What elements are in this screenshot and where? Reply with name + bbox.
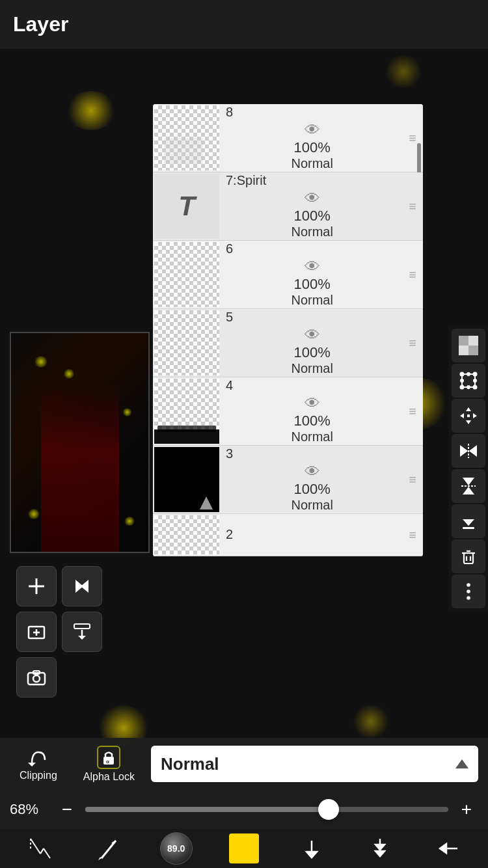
opacity-plus-button[interactable]: +: [455, 799, 478, 820]
svg-rect-39: [464, 553, 473, 563]
alpha-lock-label: Alpha Lock: [83, 771, 135, 783]
layer-opacity: 100%: [294, 413, 331, 429]
visibility-icon[interactable]: 👁: [305, 394, 320, 413]
blend-mode-button[interactable]: Normal: [151, 746, 478, 782]
flip-layer-button[interactable]: [62, 566, 102, 606]
layer-item[interactable]: T 7:Spirit 👁 100% Normal ≡: [153, 172, 423, 241]
move-down-tool-button[interactable]: [292, 832, 331, 865]
move-to-bottom-button[interactable]: [452, 504, 485, 538]
layer-info: 8 👁 100% Normal: [221, 104, 403, 174]
svg-marker-37: [463, 519, 474, 526]
delete-layer-button[interactable]: [452, 539, 485, 573]
merge-down-button[interactable]: [62, 612, 102, 652]
svg-line-52: [44, 848, 50, 858]
more-options-button[interactable]: [452, 575, 485, 608]
layer-name: 3: [226, 446, 233, 461]
selection-tool-button[interactable]: [21, 832, 60, 865]
drag-handle[interactable]: ≡: [403, 267, 423, 282]
layer-item[interactable]: 8 👁 100% Normal ≡: [153, 104, 423, 172]
visibility-icon[interactable]: 👁: [305, 189, 320, 208]
svg-rect-13: [459, 336, 468, 346]
top-bar: Layer: [0, 0, 488, 49]
svg-point-22: [467, 373, 470, 375]
opacity-row: 68% − +: [0, 790, 488, 829]
layer-opacity: 100%: [294, 344, 331, 361]
drag-handle[interactable]: ≡: [403, 336, 423, 351]
move-to-bottom-tool-button[interactable]: [360, 832, 400, 865]
panel-title: Layer: [13, 12, 68, 36]
svg-point-44: [467, 583, 470, 587]
svg-point-45: [467, 590, 470, 593]
svg-rect-38: [463, 527, 474, 529]
layer-blend: Normal: [291, 498, 332, 513]
pen-tool-button[interactable]: [88, 832, 128, 865]
layer-name: 5: [226, 310, 233, 325]
opacity-value: 68%: [10, 801, 49, 818]
preview-orb-2: [63, 369, 75, 379]
layer-opacity: 100%: [294, 481, 331, 498]
layer-item[interactable]: 4 👁 100% Normal ≡: [153, 377, 423, 446]
brush-size-indicator[interactable]: 89.0: [157, 832, 196, 865]
layer-actions: [10, 560, 150, 704]
svg-rect-16: [459, 346, 468, 355]
svg-point-11: [33, 675, 40, 682]
opacity-slider-fill: [85, 807, 329, 812]
preview-orb-4: [27, 509, 40, 519]
add-layer-button[interactable]: [16, 566, 57, 606]
layer-name: 7:Spirit: [226, 173, 266, 188]
opacity-slider-track[interactable]: [85, 807, 448, 812]
layer-info: 2: [221, 524, 403, 547]
drag-handle[interactable]: ≡: [403, 472, 423, 487]
svg-marker-27: [466, 420, 471, 424]
layer-info: 5 👁 100% Normal: [221, 306, 403, 379]
layer-item[interactable]: 2 ≡: [153, 514, 423, 556]
move-button[interactable]: [452, 399, 485, 433]
svg-line-50: [31, 839, 40, 854]
drag-handle[interactable]: ≡: [403, 199, 423, 214]
add-group-button[interactable]: [16, 612, 57, 652]
svg-point-46: [467, 596, 470, 600]
color-swatch-button[interactable]: [224, 832, 264, 865]
checkerboard-button[interactable]: [452, 329, 485, 362]
drag-handle[interactable]: ≡: [403, 528, 423, 543]
layer-thumbnail: [154, 515, 219, 554]
layer-opacity: 100%: [294, 139, 331, 156]
visibility-icon[interactable]: 👁: [305, 121, 320, 139]
flip-vertical-button[interactable]: [452, 469, 485, 503]
character-silhouette: [41, 383, 119, 552]
blend-mode-arrow: [455, 759, 468, 768]
layer-info: 4 👁 100% Normal: [221, 375, 403, 448]
clipping-button[interactable]: Clipping: [10, 744, 67, 785]
preview-inner: [11, 333, 148, 552]
transform-button[interactable]: [452, 364, 485, 398]
back-button[interactable]: [428, 832, 467, 865]
svg-marker-34: [463, 478, 474, 485]
layer-panel: 8 👁 100% Normal ≡ T 7:Spirit 👁 100% Norm…: [153, 104, 423, 556]
layer-blend: Normal: [291, 429, 332, 444]
layer-opacity: 100%: [294, 276, 331, 293]
camera-button[interactable]: [16, 657, 57, 698]
drag-handle[interactable]: ≡: [403, 404, 423, 419]
layer-thumbnail: [154, 447, 219, 512]
opacity-slider-thumb[interactable]: [318, 799, 339, 820]
layer-item[interactable]: 3 👁 100% Normal ≡: [153, 446, 423, 514]
glow-orb-2: [384, 55, 423, 88]
layer-blend: Normal: [291, 224, 332, 239]
layer-item[interactable]: 5 👁 100% Normal ≡: [153, 309, 423, 377]
layer-scrollbar: [417, 104, 421, 172]
opacity-minus-button[interactable]: −: [55, 799, 79, 820]
svg-rect-30: [467, 414, 470, 417]
canvas-preview[interactable]: [10, 332, 150, 553]
svg-marker-64: [440, 844, 446, 853]
preview-orb-5: [124, 517, 135, 526]
visibility-icon[interactable]: 👁: [305, 258, 320, 276]
layer-item[interactable]: 6 👁 100% Normal ≡: [153, 241, 423, 309]
svg-marker-3: [81, 580, 88, 593]
visibility-icon[interactable]: 👁: [305, 326, 320, 344]
visibility-icon[interactable]: 👁: [305, 463, 320, 481]
svg-rect-15: [468, 336, 478, 346]
flip-horizontal-button[interactable]: [452, 434, 485, 468]
layer-name: 4: [226, 378, 233, 393]
svg-point-23: [467, 386, 470, 388]
alpha-lock-button[interactable]: α Alpha Lock: [74, 742, 144, 786]
